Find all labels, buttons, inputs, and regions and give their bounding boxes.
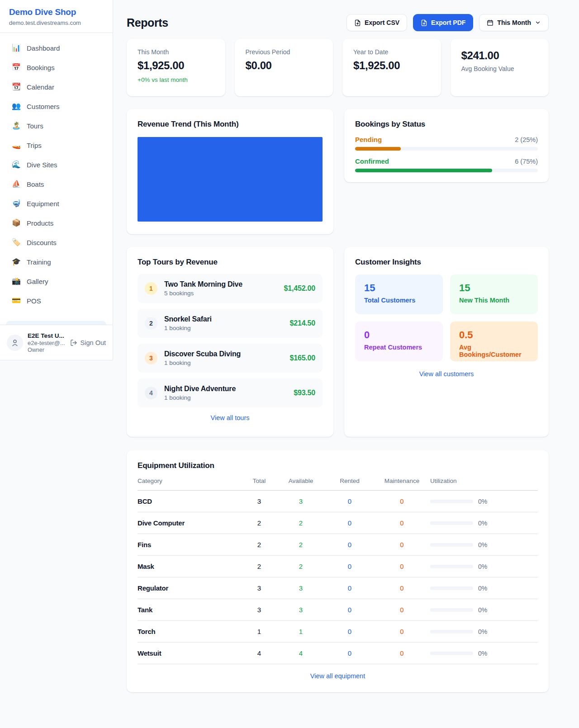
insight-total-customers: 15 Total Customers [355,274,443,314]
rank-badge: 3 [145,352,157,364]
equipment-utilization-title: Equipment Utilization [138,461,538,470]
cell-utilization: 0% [430,541,538,548]
utilization-bar [430,652,473,655]
sidebar-item-label: Discounts [27,239,57,246]
sidebar-item-bookings[interactable]: 📅 Bookings [6,59,107,76]
stat-label: Previous Period [246,48,323,56]
table-row: Tank 3 3 0 0 0% [138,599,538,621]
stat-label: Year to Date [353,48,430,56]
column-header-rented: Rented [326,477,374,484]
sidebar-item-label: Gallery [27,278,48,285]
export-pdf-button[interactable]: Export PDF [413,14,473,31]
sidebar-item-dive-sites[interactable]: 🌊 Dive Sites [6,156,107,173]
chevron-down-icon [535,19,541,26]
insight-label: Repeat Customers [364,344,434,351]
island-icon: 🏝️ [12,122,21,129]
utilization-percent: 0% [478,628,487,635]
sidebar-item-pos[interactable]: 💳 POS [6,292,107,309]
brand-domain: demo.test.divestreams.com [9,19,104,26]
sidebar-item-products[interactable]: 📦 Products [6,214,107,232]
cell-maintenance: 0 [374,628,430,635]
cell-utilization: 0% [430,563,538,570]
tour-name: Night Dive Adventure [164,385,236,393]
status-label: Confirmed [355,157,389,165]
utilization-bar [430,565,473,568]
revenue-trend-card: Revenue Trend (This Month) [127,109,333,234]
utilization-bar [430,500,473,503]
stat-value: $1,925.00 [353,59,430,72]
period-dropdown[interactable]: This Month [479,14,549,31]
sidebar-item-trips[interactable]: 🚤 Trips [6,137,107,154]
brand-name: Demo Dive Shop [9,7,104,17]
file-download-icon [421,19,427,26]
utilization-bar [430,543,473,547]
sidebar-item-reports-partial[interactable] [6,321,106,325]
calendar-icon: 📅 [12,64,21,71]
table-row: Fins 2 2 0 0 0% [138,534,538,556]
bookings-by-status-title: Bookings by Status [355,120,538,129]
diving-mask-icon: 🤿 [12,200,21,207]
cell-total: 3 [242,606,276,614]
user-info: E2E Test U... e2e-tester@... Owner [28,332,65,353]
tour-row: 3 Discover Scuba Diving 1 booking $165.0… [138,344,323,373]
stat-card-avg-booking-value: $241.00 Avg Booking Value [451,39,549,96]
tour-bookings: 1 booking [164,359,241,366]
utilization-percent: 0% [478,541,487,548]
file-download-icon [354,19,361,26]
sidebar-item-gallery[interactable]: 📸 Gallery [6,273,107,290]
table-header: Category Total Available Rented Maintena… [138,470,538,491]
status-row: Confirmed 6 (75%) [355,157,538,172]
wave-icon: 🌊 [12,161,21,168]
revenue-trend-chart [138,137,323,222]
sidebar-item-equipment[interactable]: 🤿 Equipment [6,195,107,212]
view-all-equipment-link[interactable]: View all equipment [138,672,538,680]
sidebar-item-calendar[interactable]: 📆 Calendar [6,78,107,95]
brand: Demo Dive Shop demo.test.divestreams.com [0,0,113,33]
sidebar-item-boats[interactable]: ⛵ Boats [6,175,107,193]
sidebar-item-training[interactable]: 🎓 Training [6,253,107,270]
cell-utilization: 0% [430,585,538,592]
view-all-customers-link[interactable]: View all customers [355,370,538,378]
avatar [7,335,23,351]
cell-total: 2 [242,519,276,527]
insights-row: Top Tours by Revenue 1 Two Tank Morning … [127,247,549,437]
utilization-percent: 0% [478,585,487,592]
sidebar-item-label: Bookings [27,64,55,71]
cell-maintenance: 0 [374,649,430,657]
package-icon: 📦 [12,219,21,227]
stat-label: This Month [138,48,214,56]
export-csv-label: Export CSV [365,19,399,26]
status-list: Pending 2 (25%) Confirmed 6 (75%) [355,136,538,172]
credit-card-icon: 💳 [12,297,21,304]
cell-category: Dive Computer [138,519,242,527]
table-row: Torch 1 1 0 0 0% [138,621,538,643]
cell-rented: 0 [326,563,374,570]
cell-available: 1 [276,628,326,635]
export-csv-button[interactable]: Export CSV [346,14,407,31]
sidebar-item-customers[interactable]: 👥 Customers [6,98,107,115]
people-icon: 👥 [12,103,21,110]
customer-insights-card: Customer Insights 15 Total Customers 15 … [344,247,549,437]
view-all-tours-link[interactable]: View all tours [138,414,323,421]
tour-amount: $93.50 [294,389,315,397]
cell-maintenance: 0 [374,541,430,548]
cell-maintenance: 0 [374,584,430,592]
table-body: BCD 3 3 0 0 0% Dive Computer 2 2 0 0 [138,491,538,664]
insight-value: 0 [364,329,434,341]
table-row: Mask 2 2 0 0 0% [138,556,538,577]
sidebar-item-discounts[interactable]: 🏷️ Discounts [6,234,107,251]
status-value: 6 (75%) [515,158,538,165]
sidebar-item-label: POS [27,297,41,305]
cell-available: 2 [276,563,326,570]
speedboat-icon: 🚤 [12,142,21,149]
utilization-percent: 0% [478,498,487,505]
column-header-category: Category [138,477,242,484]
camera-icon: 📸 [12,278,21,285]
sidebar-item-dashboard[interactable]: 📊 Dashboard [6,39,107,57]
sidebar-item-tours[interactable]: 🏝️ Tours [6,117,107,134]
tour-row: 2 Snorkel Safari 1 booking $214.50 [138,309,323,338]
tag-icon: 🏷️ [12,239,21,246]
cell-rented: 0 [326,497,374,505]
export-pdf-label: Export PDF [431,19,465,26]
sign-out-button[interactable]: Sign Out [70,339,106,346]
